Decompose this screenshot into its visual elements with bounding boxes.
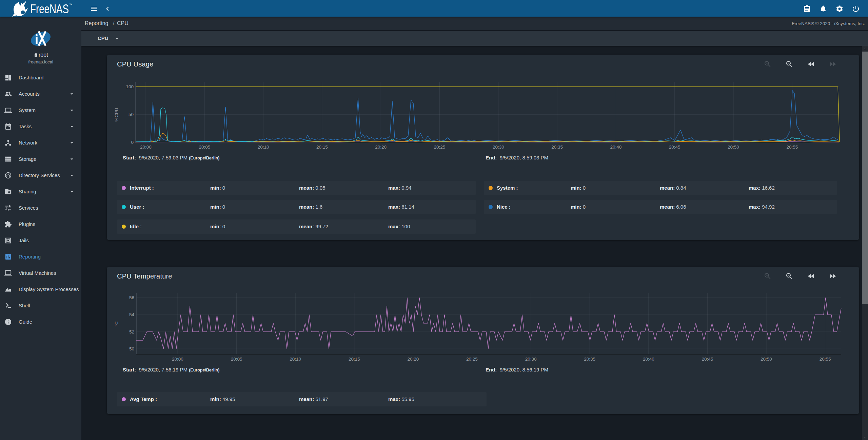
svg-text:20:05: 20:05 [231,357,242,362]
svg-text:20:45: 20:45 [702,357,713,362]
svg-text:20:40: 20:40 [610,145,622,150]
svg-text:20:35: 20:35 [584,357,595,362]
svg-text:20:50: 20:50 [728,145,739,150]
svg-text:20:00: 20:00 [172,357,183,362]
svg-text:FreeNAS: FreeNAS [30,4,69,16]
svg-text:100: 100 [126,84,134,89]
svg-text:20:55: 20:55 [820,357,831,362]
svg-text:52: 52 [129,329,134,334]
svg-text:20:20: 20:20 [375,145,387,150]
svg-text:20:10: 20:10 [258,145,269,150]
svg-text:20:10: 20:10 [290,357,301,362]
svg-text:20:00: 20:00 [140,145,152,150]
svg-text:20:25: 20:25 [466,357,478,362]
svg-text:54: 54 [129,312,135,317]
svg-text:°C: °C [114,321,119,326]
svg-text:56: 56 [129,295,134,300]
svg-text:20:35: 20:35 [551,145,563,150]
svg-text:20:50: 20:50 [761,357,772,362]
svg-text:20:40: 20:40 [643,357,654,362]
svg-text:50: 50 [129,346,134,351]
svg-text:20:15: 20:15 [316,145,328,150]
svg-text:20:20: 20:20 [408,357,419,362]
svg-text:20:25: 20:25 [434,145,446,150]
svg-text:20:15: 20:15 [349,357,360,362]
svg-text:0: 0 [131,140,134,145]
svg-text:20:30: 20:30 [493,145,504,150]
svg-text:50: 50 [129,112,134,117]
svg-text:%CPU: %CPU [114,108,119,122]
svg-text:20:45: 20:45 [669,145,680,150]
svg-text:20:05: 20:05 [199,145,210,150]
svg-text:20:30: 20:30 [525,357,537,362]
svg-text:20:55: 20:55 [786,145,798,150]
